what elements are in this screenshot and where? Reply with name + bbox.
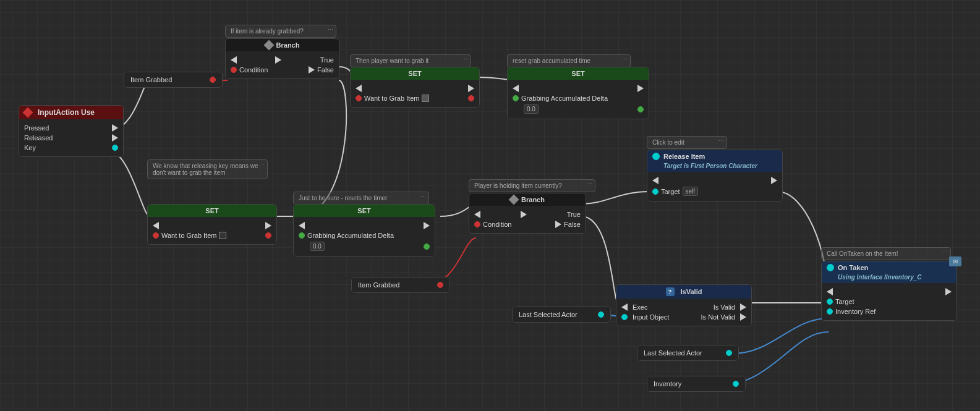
last-selected-actor-bottom-body: Last Selected Actor (637, 345, 738, 360)
item-grabbed-bottom-label: Item Grabbed (358, 281, 399, 289)
is-valid-header: ? IsValid (616, 285, 751, 299)
set-want-grab-exec-row (356, 83, 474, 93)
want-grab-checkbox (422, 95, 429, 102)
set-grab-bot-exec-row (299, 221, 430, 231)
comment-just-sure-text: Just to be sure - resets the timer (299, 195, 387, 201)
input-action-title: InputAction Use (38, 108, 95, 117)
release-item-icon (652, 153, 660, 160)
release-item-target-pin (652, 189, 658, 195)
is-valid-exec-label: Exec (633, 303, 647, 311)
set-grab-delta-top-node: SET Grabbing Accumulated Delta 0.0 (507, 67, 649, 119)
item-grabbed-bottom-node: Item Grabbed (351, 277, 450, 293)
set-want-grab-false-title: SET (205, 207, 218, 214)
release-item-exec-row (652, 176, 777, 185)
set-want-false-exec-row (153, 221, 271, 231)
set-grab-bot-exec-out (424, 222, 430, 229)
set-want-false-pin (153, 232, 159, 239)
set-grab-top-value: 0.0 (524, 104, 539, 114)
comment-just-sure-tag: ⋯ (420, 193, 426, 200)
released-label: Released (24, 134, 53, 142)
set-grab-delta-bottom-header: SET (294, 205, 435, 217)
branch-top-true-label: True (320, 56, 334, 64)
on-taken-header: On Taken Using Interface IInventory_C (822, 261, 957, 283)
is-valid-body: Exec Is Valid Input Object Is Not Valid (616, 299, 751, 326)
set-want-grab-node: SET Want to Grab Item (350, 67, 480, 108)
released-pin (112, 134, 118, 142)
item-grabbed-top-node: Item Grabbed (124, 72, 223, 88)
branch-top-header: Branch (226, 39, 339, 51)
comment-click-edit-tag: ⋯ (718, 138, 724, 144)
branch-bot-true-label: True (567, 211, 581, 218)
is-valid-exec-in (621, 303, 628, 311)
branch-bot-cond-pin (474, 221, 480, 227)
is-valid-input-pin (621, 314, 628, 320)
comment-reset-grab-tag: ⋯ (622, 56, 628, 62)
release-item-target-value: self (683, 187, 699, 196)
last-selected-actor-top-label: Last Selected Actor (519, 311, 577, 318)
is-valid-input-row: Input Object Is Not Valid (621, 312, 746, 322)
release-item-header: Release Item Target is First Person Char… (647, 150, 782, 172)
branch-bot-true-out (521, 211, 527, 218)
set-grab-delta-bottom-title: SET (357, 207, 370, 214)
set-grab-bot-exec-in (299, 222, 305, 229)
input-action-use-node: InputAction Use Pressed Released Key (19, 105, 124, 157)
pressed-row: Pressed (24, 123, 118, 133)
want-grab-false-checkbox (219, 232, 226, 239)
comment-player-holding-text: Player is holding item currently? (474, 182, 562, 189)
is-valid-icon: ? (666, 287, 675, 296)
set-want-grab-false-header: SET (148, 205, 276, 217)
branch-top-title: Branch (276, 41, 300, 49)
set-want-grab-pin (356, 95, 362, 101)
last-selected-actor-top-node: Last Selected Actor (512, 307, 611, 323)
last-selected-actor-bottom-label: Last Selected Actor (644, 349, 702, 357)
pressed-label: Pressed (24, 124, 49, 132)
set-want-grab-field-left: Want to Grab Item (356, 95, 429, 102)
release-item-node: Release Item Target is First Person Char… (647, 150, 783, 201)
on-taken-body: Target Inventory Ref (822, 283, 957, 320)
release-item-target-left: Target self (652, 187, 698, 196)
input-action-body: Pressed Released Key (19, 119, 123, 156)
set-grab-top-green-pin (513, 95, 519, 101)
branch-top-node: Branch True Condition False (225, 38, 339, 79)
is-not-valid-label: Is Not Valid (701, 313, 735, 321)
branch-bottom-node: Branch True Condition False (469, 193, 586, 234)
set-want-false-exec-out (265, 222, 271, 229)
item-grabbed-top-body: Item Grabbed (124, 72, 222, 87)
set-want-grab-exec-out (468, 85, 474, 92)
on-taken-target-pin (827, 299, 833, 305)
set-grab-bot-value: 0.0 (310, 242, 325, 251)
is-valid-node: ? IsValid Exec Is Valid Input Object Is … (616, 284, 752, 326)
set-grab-top-field-row: Grabbing Accumulated Delta (513, 93, 644, 103)
branch-bot-cond-label: Condition (483, 221, 511, 228)
branch-top-icon (263, 40, 274, 51)
inventory-body: Inventory (647, 376, 745, 391)
on-taken-inventory-left: Inventory Ref (827, 308, 876, 315)
set-want-false-out-pin (265, 232, 271, 239)
comment-if-grabbed: If item is already grabbed? ⋯ (225, 25, 336, 38)
set-want-false-exec-in (153, 222, 159, 229)
item-grabbed-top-pin (210, 77, 216, 83)
set-want-false-field-left: Want to Grab Item (153, 232, 226, 239)
set-want-grab-false-body: Want to Grab Item (148, 217, 276, 244)
is-valid-title: IsValid (681, 288, 702, 295)
set-grab-delta-top-title: SET (571, 70, 584, 77)
set-grab-delta-bottom-body: Grabbing Accumulated Delta 0.0 (294, 217, 435, 256)
comment-click-edit[interactable]: Click to edit ⋯ (647, 136, 727, 149)
is-valid-input-label: Input Object (633, 313, 669, 321)
branch-top-body: True Condition False (226, 51, 339, 78)
set-grab-bot-field-label: Grabbing Accumulated Delta (307, 232, 394, 239)
set-want-grab-out-pin (468, 95, 474, 101)
release-item-exec-out (771, 177, 777, 184)
on-taken-node: ✉ On Taken Using Interface IInventory_C … (821, 261, 957, 321)
comment-reset-grab-text: reset grab accumulated time (513, 57, 590, 64)
last-selected-actor-top-pin (598, 311, 604, 318)
comment-player-holding: Player is holding item currently? ⋯ (469, 179, 595, 192)
set-grab-top-exec-out (637, 85, 644, 92)
last-selected-actor-bottom-node: Last Selected Actor (637, 345, 739, 361)
release-item-target-row: Target self (652, 185, 777, 197)
on-taken-title: On Taken (838, 264, 868, 271)
branch-bottom-icon (509, 195, 519, 205)
last-selected-actor-top-body: Last Selected Actor (513, 307, 610, 322)
on-taken-inventory-label: Inventory Ref (835, 308, 876, 315)
item-grabbed-bottom-body: Item Grabbed (352, 278, 450, 292)
